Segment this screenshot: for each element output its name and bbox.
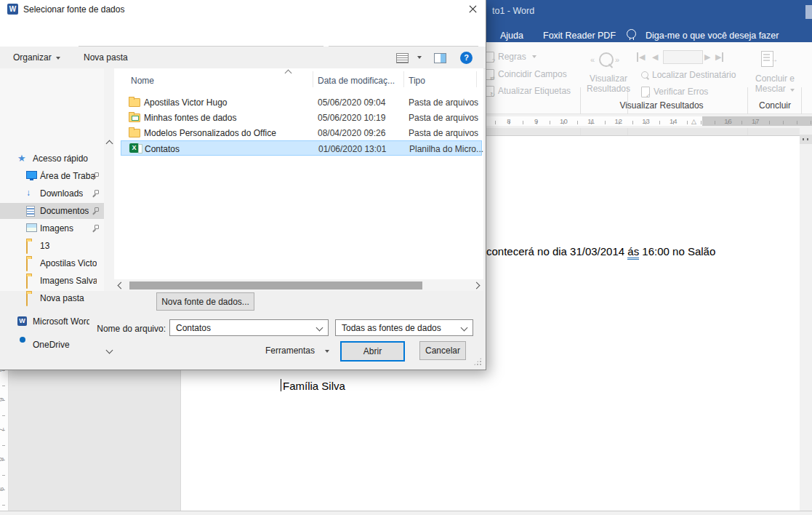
view-mode-icon[interactable] xyxy=(396,53,409,63)
excel-icon: X xyxy=(129,143,139,153)
tools-dropdown[interactable]: Ferramentas xyxy=(265,346,329,356)
preview-results-icon: » xyxy=(615,55,619,64)
find-recipient-icon xyxy=(641,71,648,79)
group-label-finish: Concluir xyxy=(747,100,803,111)
pin-icon xyxy=(92,225,99,231)
sidebar-item-imagens-salvas[interactable]: Imagens Salvas xyxy=(0,273,104,289)
previous-record-button[interactable]: ◀ xyxy=(652,52,658,62)
quick-access-star-icon: ★ xyxy=(17,153,26,163)
column-header-data[interactable]: Data de modificaç... xyxy=(318,76,395,86)
rules-label: Regras xyxy=(498,52,526,62)
scrollbar-thumb[interactable] xyxy=(129,282,422,290)
close-icon[interactable] xyxy=(461,0,486,19)
grammar-underline: ás xyxy=(627,245,639,260)
finish-merge-button[interactable]: Concluir e Mesclar xyxy=(744,74,805,94)
preview-pane-icon[interactable] xyxy=(434,53,446,63)
rules-button[interactable]: ? Regras xyxy=(486,51,536,63)
filetype-combobox[interactable]: Todas as fontes de dados xyxy=(335,319,473,336)
match-fields-label: Coincidir Campos xyxy=(498,69,567,79)
update-labels-icon: ↻ xyxy=(486,86,494,97)
folder-icon xyxy=(129,98,140,107)
right-indent-marker[interactable]: △ xyxy=(691,118,696,125)
chevron-down-icon xyxy=(532,55,536,58)
last-record-button[interactable]: ▶ xyxy=(715,52,723,62)
folder-icon xyxy=(26,275,28,289)
first-record-button[interactable]: ◀ xyxy=(637,52,645,62)
help-icon[interactable]: ? xyxy=(460,52,473,64)
column-divider[interactable] xyxy=(313,71,313,87)
sidebar-item-downloads[interactable]: ↓ Downloads xyxy=(0,185,104,201)
tab-foxit-reader-pdf[interactable]: Foxit Reader PDF xyxy=(543,31,616,41)
column-header-tipo[interactable]: Tipo xyxy=(409,76,425,86)
dialog-titlebar[interactable]: W Selecionar fonte de dados xyxy=(0,0,486,19)
scroll-left-icon[interactable] xyxy=(118,282,125,290)
sidebar-item-apostilas-victor[interactable]: Apostilas Victor xyxy=(0,255,104,271)
preview-results-label-1: Visualizar xyxy=(580,74,637,84)
sidebar-item-13[interactable]: 13 xyxy=(0,238,104,254)
column-divider[interactable] xyxy=(476,71,477,87)
finish-merge-icon xyxy=(761,51,773,67)
word-icon: W xyxy=(17,316,27,326)
match-fields-button[interactable]: ⇄ Coincidir Campos xyxy=(486,68,567,80)
scroll-down-icon[interactable] xyxy=(106,347,113,354)
check-errors-icon: ✓ xyxy=(641,87,650,97)
update-labels-label: Atualizar Etiquetas xyxy=(498,86,571,96)
file-list-horizontal-scrollbar[interactable] xyxy=(114,279,483,291)
file-row-apostilas-victor-hugo[interactable]: Apostilas Victor Hugo 05/06/2020 09:04 P… xyxy=(121,95,482,110)
record-number-field[interactable] xyxy=(663,50,703,64)
update-labels-button[interactable]: ↻ Atualizar Etiquetas xyxy=(486,85,571,97)
document-vertical-scrollbar[interactable] xyxy=(800,128,812,511)
scroll-up-button[interactable] xyxy=(800,135,812,144)
scroll-up-icon[interactable] xyxy=(106,140,113,148)
folder-icon xyxy=(129,129,140,137)
column-header-nome[interactable]: Nome xyxy=(131,76,154,86)
sidebar-item-area-de-trabalho[interactable]: Área de Traba xyxy=(0,168,104,184)
status-bar xyxy=(0,511,812,515)
data-folder-icon xyxy=(129,113,140,122)
pin-icon xyxy=(92,207,99,214)
sidebar-item-onedrive[interactable]: OneDrive xyxy=(0,337,104,353)
new-data-source-button[interactable]: Nova fonte de dados... xyxy=(156,292,254,311)
sidebar-item-nova-pasta[interactable]: Nova pasta xyxy=(0,290,104,306)
open-button[interactable]: Abrir xyxy=(340,341,405,362)
scroll-right-icon[interactable] xyxy=(473,282,481,290)
pin-icon xyxy=(92,190,99,196)
tellme-box[interactable]: Diga-me o que você deseja fazer xyxy=(646,31,779,41)
file-row-contatos[interactable]: X Contatos 01/06/2020 13:01 Planilha do … xyxy=(121,140,482,156)
resize-grip[interactable] xyxy=(473,357,482,366)
organize-button[interactable]: Organizar xyxy=(13,52,60,63)
word-icon: W xyxy=(7,4,18,15)
chevron-down-icon[interactable] xyxy=(316,324,323,332)
window-title: to1 - Word xyxy=(492,6,534,16)
chevron-down-icon xyxy=(325,350,329,353)
sidebar-item-acesso-rapido[interactable]: ★ Acesso rápido xyxy=(0,151,104,167)
filename-combobox[interactable]: Contatos xyxy=(169,319,329,336)
titlebar-corner-button[interactable] xyxy=(805,5,812,19)
select-data-source-dialog: W Selecionar fonte de dados ← → ↑ Este C… xyxy=(0,0,486,370)
view-mode-chevron-icon[interactable] xyxy=(417,56,422,59)
sidebar-item-documentos[interactable]: Documentos xyxy=(0,203,104,219)
preview-results-button[interactable]: Visualizar Resultados xyxy=(580,74,637,94)
column-divider[interactable] xyxy=(403,71,404,87)
check-errors-button[interactable]: ✓ Verificar Erros xyxy=(641,86,708,97)
folder-icon xyxy=(26,258,28,271)
new-folder-button[interactable]: Nova pasta xyxy=(84,52,128,63)
file-row-modelos-personalizados[interactable]: Modelos Personalizados do Office 08/04/2… xyxy=(121,125,482,140)
file-row-minhas-fontes-de-dados[interactable]: Minhas fontes de dados 05/06/2020 10:19 … xyxy=(121,110,482,125)
sidebar-scrollbar[interactable] xyxy=(104,68,114,291)
sidebar-item-imagens[interactable]: Imagens xyxy=(0,220,104,236)
folder-icon xyxy=(26,292,28,306)
find-recipient-button[interactable]: Localizar Destinatário xyxy=(641,69,736,81)
next-record-button[interactable]: ▶ xyxy=(704,52,710,62)
desktop-icon xyxy=(26,171,37,179)
document-icon xyxy=(26,206,35,217)
document-text-line: contecerá no dia 31/03/2014 ás 16:00 no … xyxy=(486,245,715,258)
folder-icon xyxy=(26,240,28,254)
preview-results-magnifier-icon xyxy=(599,52,614,67)
chevron-down-icon[interactable] xyxy=(461,324,468,332)
tab-ajuda[interactable]: Ajuda xyxy=(500,31,523,41)
filename-label: Nome do arquivo: xyxy=(70,324,166,334)
file-list: Nome Data de modificaç... Tipo Apostilas… xyxy=(114,68,483,291)
cancel-button[interactable]: Cancelar xyxy=(419,341,466,360)
document-text-line: Família Silva xyxy=(283,380,345,392)
